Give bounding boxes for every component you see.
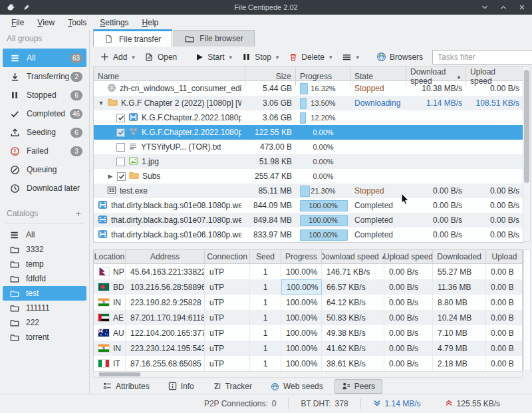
checkbox[interactable]: [116, 128, 125, 137]
peer-row[interactable]: AE87.201.170.194:61186uTP1100.00%50.83 K…: [94, 310, 522, 325]
peers-column-header-connection[interactable]: Connection: [205, 250, 250, 263]
progress-value: 0.00%: [300, 156, 346, 168]
transfer-row[interactable]: test.exe85.11 MB21.30%Stopped0.00 B/s0.0…: [94, 184, 524, 198]
detail-tab-attributes[interactable]: Attributes: [96, 379, 157, 394]
transfer-row[interactable]: that.dirty.black.bag.s01e08.1080p.web.h2…: [94, 198, 524, 213]
progress-bar: 0.00%: [300, 171, 346, 182]
catalog-item-111111[interactable]: 111111: [3, 301, 86, 315]
tab-file-browser[interactable]: File browser: [174, 30, 254, 47]
tab-file-transfer[interactable]: File transfer: [93, 29, 172, 47]
close-button[interactable]: [517, 3, 527, 12]
menu-item-settings[interactable]: Settings: [94, 16, 134, 29]
add-catalog-button[interactable]: +: [76, 208, 81, 219]
toolbar-browsers-button[interactable]: Browsers: [372, 49, 427, 65]
country-code: AE: [113, 313, 124, 323]
transfer-vertical-scrollbar[interactable]: [523, 67, 531, 242]
checkbox[interactable]: [116, 143, 125, 152]
detail-tab-web-seeds[interactable]: Web seeds: [263, 379, 331, 394]
column-header-size[interactable]: Size: [245, 67, 296, 86]
detail-tab-tracker[interactable]: Tracker: [205, 379, 259, 394]
detail-tab-info[interactable]: Info: [161, 379, 201, 394]
peers-column-header-progress[interactable]: Progress: [281, 250, 322, 263]
sidebar: All groups All63Transferring2Stopped6Com…: [0, 30, 90, 394]
peer-row[interactable]: BD103.216.56.28:58896uTP1100.00%66.57 KB…: [94, 279, 522, 295]
checkbox[interactable]: [117, 172, 126, 181]
catalogs-label: Catalogs: [7, 209, 38, 218]
scrollbar-thumb[interactable]: [99, 372, 140, 376]
transfer-row[interactable]: that.dirty.black.bag.s01e06.1080p.web.h2…: [94, 227, 524, 242]
peer-location-cell: IN: [94, 295, 126, 310]
peers-column-header-download-speed[interactable]: Download speed▲: [322, 250, 384, 263]
peers-vertical-scrollbar[interactable]: [523, 249, 531, 371]
peer-row[interactable]: IN223.190.82.9:25828uTP1100.00%64.12 KB/…: [94, 295, 522, 310]
peer-row[interactable]: IN223.230.124.195:54348uTP1100.00%41.62 …: [94, 341, 522, 356]
expander-collapse-icon[interactable]: ▼: [98, 100, 104, 106]
peer-row[interactable]: AU122.104.200.165:37738uTP1100.00%49.38 …: [94, 325, 522, 341]
sidebar-group-transferring[interactable]: Transferring2: [3, 67, 86, 86]
peers-column-header-downloaded[interactable]: Downloaded: [433, 250, 486, 263]
sidebar-group-completed[interactable]: Completed46: [3, 104, 86, 123]
toolbar-more-button[interactable]: ▾: [338, 49, 364, 65]
peers-column-header-location[interactable]: Location: [94, 250, 126, 263]
toolbar-start-button[interactable]: Start▾: [190, 49, 236, 65]
column-header-state[interactable]: State: [350, 67, 406, 86]
sidebar-group-failed[interactable]: Failed3: [3, 142, 86, 160]
transfer-row[interactable]: zh-cn_windows_11_consumer_editions_upd··…: [94, 81, 524, 96]
toolbar-stop-button[interactable]: Stop▾: [237, 49, 283, 65]
menu-item-help[interactable]: Help: [136, 16, 165, 29]
toolbar-add-button[interactable]: Add▾: [96, 49, 139, 65]
tasks-filter-input[interactable]: [433, 53, 532, 62]
transfer-row[interactable]: 1.jpg51.98 KB0.00%: [94, 154, 524, 169]
pause-icon: [9, 90, 20, 100]
sidebar-group-stopped[interactable]: Stopped6: [3, 86, 86, 104]
sidebar-group-download-later[interactable]: Download later: [3, 179, 86, 198]
film-file-icon: [98, 229, 108, 241]
sidebar-group-queuing[interactable]: Queuing: [3, 160, 86, 179]
sidebar-group-seeding[interactable]: Seeding6: [3, 123, 86, 142]
caret-down-icon: ▾: [132, 54, 135, 61]
catalog-item-test[interactable]: test: [3, 286, 86, 301]
transfer-row[interactable]: ▼K.G.F Chapter 2 (2022) [1080p] [WEBRip]…: [94, 96, 524, 110]
detail-tab-peers[interactable]: Peers: [334, 379, 382, 394]
transfer-row[interactable]: ▶Subs255.47 KB0.00%: [94, 169, 524, 184]
minimize-button[interactable]: [480, 3, 489, 12]
catalog-item-torrent[interactable]: torrent: [3, 330, 86, 344]
toolbar-delete-button[interactable]: Delete▾: [284, 49, 336, 65]
menu-item-view[interactable]: View: [31, 16, 61, 29]
peer-row[interactable]: NP45.64.163.221:33822uTP1100.00%146.71 K…: [94, 264, 522, 279]
toolbar-open-button[interactable]: Open: [140, 49, 181, 65]
size-value: 85.11 MB: [259, 186, 292, 196]
transfer-row[interactable]: K.G.F.Chapter.2.2022.1080p.WEBRip.x···3.…: [94, 110, 524, 125]
checkbox[interactable]: [116, 158, 125, 166]
catalog-item-all[interactable]: All: [3, 227, 86, 242]
peers-column-header-address[interactable]: Address: [126, 250, 205, 263]
expander-expand-icon[interactable]: ▶: [107, 173, 114, 180]
progress-bar: 13.50%: [300, 98, 346, 109]
film-file-icon: [128, 112, 138, 124]
peers-column-header-seed[interactable]: Seed: [250, 250, 281, 263]
peers-column-header-upload[interactable]: Upload: [486, 250, 523, 263]
header-label: Progress: [285, 252, 317, 261]
maximize-button[interactable]: [499, 3, 508, 12]
peer-progress-cell: 100.00%: [281, 356, 322, 371]
peers-horizontal-scrollbar[interactable]: [93, 371, 523, 378]
menu-item-file[interactable]: File: [5, 16, 30, 29]
column-header-download-speed[interactable]: Download speed▲: [406, 67, 466, 86]
transfer-row[interactable]: YTSYifyUP... (TOR).txt473.00 B0.00%: [94, 140, 524, 154]
peers-column-header-upload-speed[interactable]: Upload speed: [384, 250, 433, 263]
menu-item-tools[interactable]: Tools: [62, 16, 92, 29]
catalog-item-222[interactable]: 222: [3, 315, 86, 330]
pin-icon[interactable]: [21, 2, 32, 13]
sidebar-group-all[interactable]: All63: [3, 49, 86, 67]
checkbox[interactable]: [116, 114, 125, 122]
progress-value: 12.20%: [300, 112, 346, 124]
catalog-item-temp[interactable]: temp: [3, 257, 86, 271]
scrollbar-thumb[interactable]: [524, 70, 529, 183]
catalog-item-3332[interactable]: 3332: [3, 242, 86, 257]
transfer-row[interactable]: that.dirty.black.bag.s01e07.1080p.web.h2…: [94, 213, 524, 227]
catalog-item-fdfdfd[interactable]: fdfdfd: [3, 271, 86, 286]
column-header-upload-speed[interactable]: Upload speed: [466, 67, 523, 86]
transfer-row[interactable]: K.G.F.Chapter.2.2022.1080p.WEBRip.x···12…: [94, 125, 524, 140]
peer-row[interactable]: IT87.16.255.68:65085uTP1100.00%38.61 KB/…: [94, 356, 522, 371]
country-code: NP: [113, 267, 124, 277]
